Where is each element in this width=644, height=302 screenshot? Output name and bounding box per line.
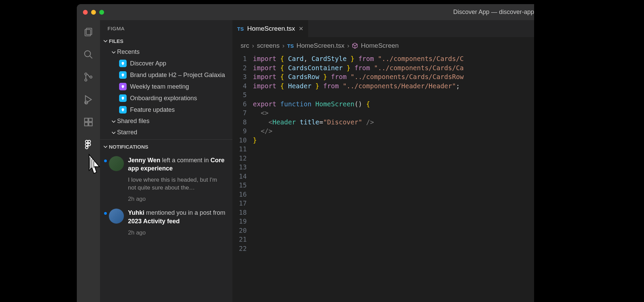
tab-bar: TS HomeScreen.tsx ✕ xyxy=(232,20,534,37)
notifications-header[interactable]: NOTIFICATIONS xyxy=(100,140,232,153)
notification-time: 2h ago xyxy=(128,196,226,202)
svg-rect-8 xyxy=(85,118,88,122)
cube-icon xyxy=(352,43,358,49)
file-item[interactable]: Weekly team meeting xyxy=(100,81,232,92)
chevron-down-icon xyxy=(102,37,109,44)
code-content[interactable]: import { Card, CardStyle } from "../comp… xyxy=(253,54,534,302)
files-icon[interactable] xyxy=(83,26,94,38)
tab-homescreen[interactable]: TS HomeScreen.tsx ✕ xyxy=(232,20,308,37)
file-item-label: Feature updates xyxy=(130,106,175,114)
file-item[interactable]: Onboarding explorations xyxy=(100,92,232,104)
chevron-right-icon: › xyxy=(282,42,284,49)
avatar xyxy=(109,209,124,224)
notifications-label: NOTIFICATIONS xyxy=(109,144,148,150)
chevron-down-icon xyxy=(102,143,109,150)
figma-file-icon xyxy=(119,83,127,90)
tab-filename: HomeScreen.tsx xyxy=(247,25,295,32)
file-item[interactable]: Feature updates xyxy=(100,104,232,116)
shared-files-subsection[interactable]: Shared files xyxy=(100,116,232,127)
file-item[interactable]: Brand update H2 – Project Galaxia xyxy=(100,69,232,81)
close-icon[interactable]: ✕ xyxy=(299,25,303,32)
run-debug-icon[interactable] xyxy=(83,94,94,105)
figma-file-icon xyxy=(119,60,127,67)
chevron-right-icon: › xyxy=(347,42,349,49)
recents-list: Discover AppBrand update H2 – Project Ga… xyxy=(100,58,232,116)
file-item-label: Brand update H2 – Project Galaxia xyxy=(130,72,225,79)
svg-line-3 xyxy=(90,56,92,59)
chevron-down-icon xyxy=(110,129,117,136)
svg-rect-10 xyxy=(85,122,88,126)
shared-files-label: Shared files xyxy=(117,118,149,125)
breadcrumbs[interactable]: src › screens › TS HomeScreen.tsx › Home… xyxy=(232,37,534,54)
breadcrumb-part[interactable]: screens xyxy=(257,42,280,49)
chevron-right-icon: › xyxy=(252,42,254,49)
file-item-label: Discover App xyxy=(130,60,166,67)
unread-dot-icon xyxy=(104,212,107,215)
sidebar-title: FIGMA xyxy=(100,20,232,35)
window-maximize-button[interactable] xyxy=(99,10,104,15)
traffic-lights xyxy=(83,10,104,15)
notification-body: Yuhki mentioned you in a post from 2023 … xyxy=(128,209,226,236)
chevron-down-icon xyxy=(110,49,117,56)
breadcrumb-part[interactable]: HomeScreen.tsx xyxy=(297,42,344,49)
file-item-label: Weekly team meeting xyxy=(130,83,189,90)
notifications-section: NOTIFICATIONS Jenny Wen left a comment i… xyxy=(100,139,232,240)
window-title: Discover App — discover-app xyxy=(453,9,534,16)
extensions-icon[interactable] xyxy=(83,116,94,128)
main-area: FIGMA FILES Recents Discover AppBrand up… xyxy=(77,20,534,302)
figma-file-icon xyxy=(119,106,127,114)
svg-rect-11 xyxy=(89,122,92,126)
source-control-icon[interactable] xyxy=(83,71,94,83)
figma-sidebar: FIGMA FILES Recents Discover AppBrand up… xyxy=(100,20,232,302)
files-section-label: FILES xyxy=(109,38,124,44)
breadcrumb-part[interactable]: src xyxy=(241,42,249,49)
search-icon[interactable] xyxy=(83,49,94,60)
notification-time: 2h ago xyxy=(128,229,226,236)
editor-area: TS HomeScreen.tsx ✕ src › screens › TS H… xyxy=(232,20,534,302)
notification-body: Jenny Wen left a comment in Core app exp… xyxy=(128,156,226,202)
line-gutter: 12345678910111213141516171819202122 xyxy=(232,54,253,302)
starred-label: Starred xyxy=(117,129,137,136)
window-minimize-button[interactable] xyxy=(91,10,96,15)
figma-file-icon xyxy=(119,94,127,102)
recents-subsection[interactable]: Recents xyxy=(100,46,232,58)
window-close-button[interactable] xyxy=(83,10,88,15)
svg-point-4 xyxy=(85,73,87,75)
notification-title: Jenny Wen left a comment in Core app exp… xyxy=(128,156,226,173)
recents-label: Recents xyxy=(117,48,140,56)
files-section-header[interactable]: FILES xyxy=(100,35,232,46)
notification-preview: I love where this is headed, but I'm not… xyxy=(128,176,226,192)
figma-icon[interactable] xyxy=(83,139,94,150)
svg-point-2 xyxy=(85,51,91,57)
activity-bar xyxy=(77,20,100,302)
breadcrumb-part[interactable]: HomeScreen xyxy=(361,42,399,49)
chevron-down-icon xyxy=(110,118,117,125)
notification-item[interactable]: Yuhki mentioned you in a post from 2023 … xyxy=(100,206,232,240)
starred-subsection[interactable]: Starred xyxy=(100,127,232,138)
unread-dot-icon xyxy=(104,160,107,162)
notification-item[interactable]: Jenny Wen left a comment in Core app exp… xyxy=(100,153,232,206)
svg-point-5 xyxy=(85,79,87,81)
typescript-icon: TS xyxy=(287,43,294,49)
app-window: Discover App — discover-app xyxy=(77,4,534,302)
file-item-label: Onboarding explorations xyxy=(130,95,197,102)
titlebar: Discover App — discover-app xyxy=(77,4,534,20)
notifications-list: Jenny Wen left a comment in Core app exp… xyxy=(100,153,232,240)
figma-file-icon xyxy=(119,71,127,79)
typescript-icon: TS xyxy=(237,26,244,32)
svg-rect-9 xyxy=(89,118,92,122)
code-editor[interactable]: 12345678910111213141516171819202122 impo… xyxy=(232,54,534,302)
notification-title: Yuhki mentioned you in a post from 2023 … xyxy=(128,209,226,225)
file-item[interactable]: Discover App xyxy=(100,58,232,69)
svg-point-6 xyxy=(90,76,92,78)
avatar xyxy=(109,156,124,171)
